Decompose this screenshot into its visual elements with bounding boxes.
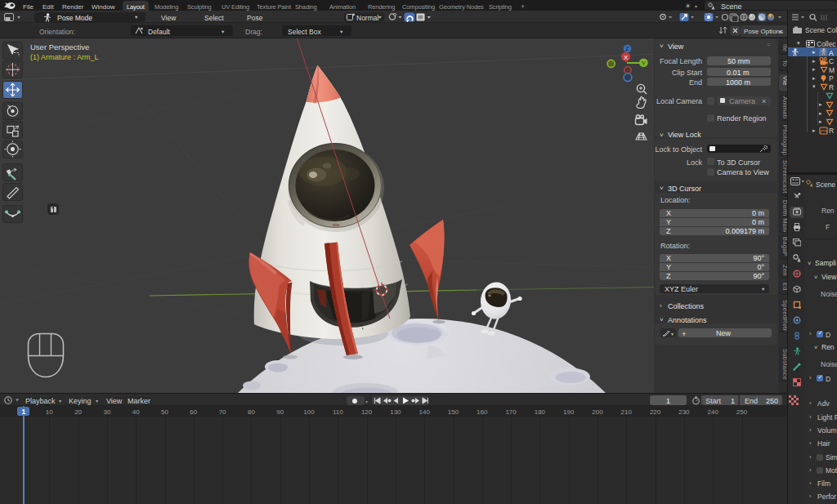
svg-text:X: X: [624, 54, 629, 61]
svg-text:Z: Z: [625, 46, 629, 51]
svg-text:Y: Y: [642, 60, 647, 67]
